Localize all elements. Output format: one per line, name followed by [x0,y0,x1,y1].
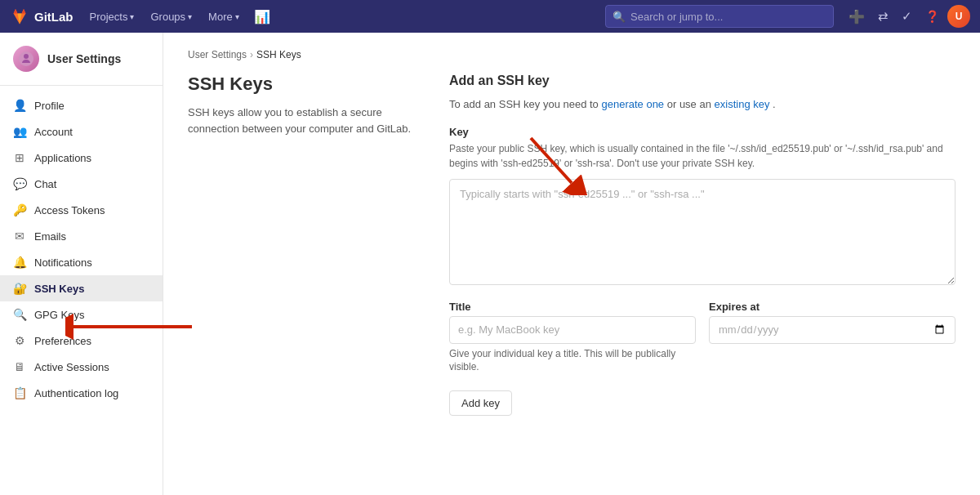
more-menu-button[interactable]: More ▾ [202,7,246,26]
search-bar[interactable]: 🔍 Search or jump to... [605,5,834,28]
sidebar-item-label-emails: Emails [34,230,66,243]
left-panel: SSH Keys SSH keys allow you to establish… [188,74,416,416]
breadcrumb: User Settings › SSH Keys [188,49,956,60]
add-key-button[interactable]: Add key [449,390,512,416]
gitlab-logo[interactable]: GitLab [10,7,74,26]
groups-menu-button[interactable]: Groups ▾ [144,7,198,26]
sidebar-item-ssh-keys[interactable]: 🔐 SSH Keys [0,275,163,301]
sidebar-item-label-authentication-log: Authentication log [34,387,118,399]
sidebar-title: User Settings [47,52,121,65]
content-grid: SSH Keys SSH keys allow you to establish… [188,74,956,416]
authentication-log-icon: 📋 [13,386,26,399]
top-nav: GitLab Projects ▾ Groups ▾ More ▾ 📊 🔍 Se… [0,0,980,33]
emails-icon: ✉ [13,230,26,243]
sidebar-item-emails[interactable]: ✉ Emails [0,223,163,249]
notifications-icon: 🔔 [13,256,26,269]
stats-icon-button[interactable]: 📊 [249,6,275,28]
groups-chevron-icon: ▾ [188,12,192,21]
sidebar-item-access-tokens[interactable]: 🔑 Access Tokens [0,197,163,223]
ssh-keys-icon: 🔐 [13,282,26,295]
sidebar-item-label-active-sessions: Active Sessions [34,361,109,373]
merge-requests-button[interactable]: ⇄ [873,6,893,27]
logo-text: GitLab [34,10,74,24]
key-sublabel: Paste your public SSH key, which is usua… [449,141,956,171]
nav-icon-group: ➕ ⇄ ✓ ❓ U [844,5,970,28]
sidebar: User Settings 👤 Profile 👥 Account ⊞ Appl… [0,33,163,495]
key-field-group: Key Paste your public SSH key, which is … [449,126,956,301]
preferences-icon: ⚙ [13,334,26,347]
projects-chevron-icon: ▾ [130,12,134,21]
add-ssh-title: Add an SSH key [449,74,956,88]
sidebar-header: User Settings [0,46,163,86]
sidebar-item-label-notifications: Notifications [34,256,92,269]
title-input[interactable] [449,316,696,344]
add-desc-suffix: . [773,98,776,110]
projects-menu-button[interactable]: Projects ▾ [83,7,141,26]
sidebar-item-chat[interactable]: 💬 Chat [0,171,163,197]
gpg-keys-icon: 🔍 [13,308,26,321]
page-description: SSH keys allow you to establish a secure… [188,105,416,136]
breadcrumb-separator: › [250,49,253,60]
sidebar-item-preferences[interactable]: ⚙ Preferences [0,328,163,354]
profile-icon: 👤 [13,99,26,112]
active-sessions-icon: 🖥 [13,360,26,373]
sidebar-item-label-ssh-keys: SSH Keys [34,283,84,295]
sidebar-item-active-sessions[interactable]: 🖥 Active Sessions [0,354,163,380]
main-layout: User Settings 👤 Profile 👥 Account ⊞ Appl… [0,33,980,495]
search-placeholder-text: Search or jump to... [630,11,723,23]
sidebar-item-profile[interactable]: 👤 Profile [0,92,163,118]
create-new-button[interactable]: ➕ [844,6,870,28]
sidebar-item-account[interactable]: 👥 Account [0,118,163,145]
sidebar-item-label-access-tokens: Access Tokens [34,204,105,216]
existing-key-link[interactable]: existing key [715,98,770,110]
sidebar-item-label-gpg-keys: GPG Keys [34,309,84,321]
sidebar-item-label-applications: Applications [34,152,91,164]
key-label: Key [449,126,956,138]
title-expires-row: Title Give your individual key a title. … [449,301,956,375]
form-area: Add an SSH key To add an SSH key you nee… [449,74,956,416]
more-chevron-icon: ▾ [235,12,239,21]
breadcrumb-current: SSH Keys [256,49,301,60]
issues-button[interactable]: ✓ [897,6,917,27]
account-icon: 👥 [13,125,26,138]
sidebar-item-applications[interactable]: ⊞ Applications [0,145,163,171]
help-button[interactable]: ❓ [920,7,944,26]
sidebar-item-authentication-log[interactable]: 📋 Authentication log [0,380,163,406]
expires-label: Expires at [709,301,956,313]
user-settings-avatar [13,46,39,72]
generate-one-link[interactable]: generate one [601,98,664,110]
sidebar-item-gpg-keys[interactable]: 🔍 GPG Keys [0,301,163,328]
add-ssh-description: To add an SSH key you need to generate o… [449,96,956,113]
sidebar-item-label-preferences: Preferences [34,335,91,347]
sidebar-item-label-chat: Chat [34,178,56,190]
main-content: User Settings › SSH Keys SSH Keys SSH ke… [163,33,980,495]
svg-point-1 [24,54,29,59]
sidebar-item-label-account: Account [34,126,73,138]
ssh-key-textarea[interactable] [449,179,956,285]
title-hint: Give your individual key a title. This w… [449,347,696,375]
sidebar-item-label-profile: Profile [34,100,65,112]
key-textarea-wrapper [449,179,956,301]
sidebar-item-notifications[interactable]: 🔔 Notifications [0,249,163,275]
add-desc-prefix: To add an SSH key you need to [449,98,601,110]
chat-icon: 💬 [13,177,26,190]
title-field-group: Title Give your individual key a title. … [449,301,696,375]
applications-icon: ⊞ [13,151,26,164]
breadcrumb-parent-link[interactable]: User Settings [188,49,247,60]
expires-date-input[interactable] [709,316,956,344]
page-title: SSH Keys [188,74,416,95]
access-tokens-icon: 🔑 [13,203,26,216]
add-desc-mid: or use an [667,98,715,110]
title-label: Title [449,301,696,313]
search-icon: 🔍 [612,11,626,23]
expires-field-group: Expires at [709,301,956,375]
user-avatar-button[interactable]: U [947,5,970,28]
sidebar-items: 👤 Profile 👥 Account ⊞ Applications 💬 Cha… [0,92,163,406]
